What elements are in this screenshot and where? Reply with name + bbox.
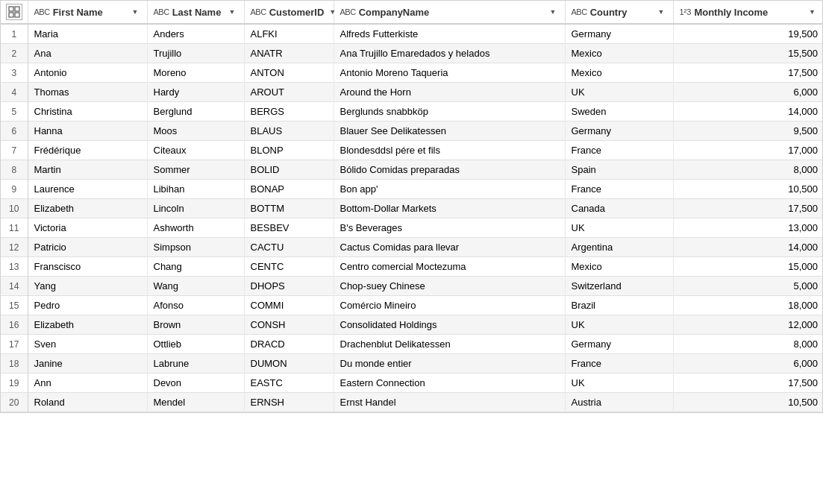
customer-id-cell: CACTU <box>244 238 334 257</box>
customer-id-filter-button[interactable]: ▼ <box>327 7 338 16</box>
row-number-cell: 15 <box>1 296 28 315</box>
row-number-cell: 9 <box>1 180 28 199</box>
monthly-income-header: 1²3 Monthly Income ▼ <box>673 1 823 24</box>
first-name-cell: Antonio <box>28 63 147 83</box>
table-row: 9LaurenceLibihanBONAPBon app'France10,50… <box>1 180 823 199</box>
last-name-cell: Ottlieb <box>147 335 244 354</box>
last-name-cell: Mendel <box>147 393 244 412</box>
monthly-income-cell: 8,000 <box>673 335 823 354</box>
abc-type-icon: ABC <box>572 7 587 16</box>
monthly-income-cell: 18,000 <box>673 296 823 315</box>
company-name-cell: Ernst Handel <box>334 393 565 412</box>
last-name-cell: Ashworth <box>147 218 244 238</box>
row-number-cell: 19 <box>1 374 28 393</box>
company-name-label: CompanyName <box>359 7 430 18</box>
table-row: 11VictoriaAshworthBESBEVB's BeveragesUK1… <box>1 218 823 238</box>
abc-type-icon: ABC <box>340 7 356 16</box>
first-name-cell: Janine <box>28 354 147 374</box>
last-name-filter-button[interactable]: ▼ <box>227 7 238 16</box>
chevron-down-icon: ▼ <box>229 8 236 16</box>
company-name-cell: Eastern Connection <box>334 374 565 393</box>
company-name-cell: Bottom-Dollar Markets <box>334 199 565 218</box>
row-number-cell: 13 <box>1 257 28 277</box>
row-number-cell: 3 <box>1 63 28 83</box>
table-row: 4ThomasHardyAROUTAround the HornUK6,000 <box>1 83 823 102</box>
country-cell: Germany <box>565 122 673 141</box>
table-row: 3AntonioMorenoANTONAntonio Moreno Taquer… <box>1 63 823 83</box>
last-name-cell: Sommer <box>147 160 244 180</box>
row-number-cell: 18 <box>1 354 28 374</box>
customer-id-cell: BESBEV <box>244 218 334 238</box>
customer-id-cell: ERNSH <box>244 393 334 412</box>
last-name-cell: Wang <box>147 277 244 296</box>
monthly-income-cell: 17,500 <box>673 63 823 83</box>
country-filter-button[interactable]: ▼ <box>656 7 667 16</box>
last-name-cell: Lincoln <box>147 199 244 218</box>
data-table: ABC First Name ▼ ABC Last Name ▼ <box>0 0 823 413</box>
monthly-income-cell: 5,000 <box>673 277 823 296</box>
last-name-cell: Anders <box>147 24 244 44</box>
grid-icon[interactable] <box>6 4 22 20</box>
company-name-cell: Cactus Comidas para llevar <box>334 238 565 257</box>
customer-id-cell: BERGS <box>244 102 334 122</box>
monthly-income-cell: 9,500 <box>673 122 823 141</box>
abc-type-icon: ABC <box>34 7 50 16</box>
svg-rect-0 <box>9 7 13 11</box>
table-row: 16ElizabethBrownCONSHConsolidated Holdin… <box>1 315 823 335</box>
country-cell: France <box>565 141 673 160</box>
first-name-cell: Roland <box>28 393 147 412</box>
last-name-cell: Moreno <box>147 63 244 83</box>
last-name-cell: Labrune <box>147 354 244 374</box>
customer-id-cell: AROUT <box>244 83 334 102</box>
table-row: 7FrédériqueCiteauxBLONPBlondesddsl pére … <box>1 141 823 160</box>
country-cell: Sweden <box>565 102 673 122</box>
country-cell: Germany <box>565 24 673 44</box>
country-cell: UK <box>565 374 673 393</box>
customer-id-cell: CENTC <box>244 257 334 277</box>
first-name-cell: Sven <box>28 335 147 354</box>
last-name-cell: Hardy <box>147 83 244 102</box>
country-cell: France <box>565 354 673 374</box>
first-name-filter-button[interactable]: ▼ <box>130 7 141 16</box>
country-cell: Brazil <box>565 296 673 315</box>
company-name-cell: Blauer See Delikatessen <box>334 122 565 141</box>
company-name-cell: Comércio Mineiro <box>334 296 565 315</box>
monthly-income-filter-button[interactable]: ▼ <box>807 7 818 16</box>
company-name-cell: Du monde entier <box>334 354 565 374</box>
svg-rect-1 <box>15 7 19 11</box>
company-name-filter-button[interactable]: ▼ <box>548 7 559 16</box>
abc-type-icon: ABC <box>154 7 169 16</box>
customer-id-cell: DUMON <box>244 354 334 374</box>
table-row: 19AnnDevonEASTCEastern ConnectionUK17,50… <box>1 374 823 393</box>
customer-id-cell: BONAP <box>244 180 334 199</box>
first-name-cell: Laurence <box>28 180 147 199</box>
country-cell: UK <box>565 218 673 238</box>
company-name-cell: Bon app' <box>334 180 565 199</box>
monthly-income-cell: 6,000 <box>673 354 823 374</box>
table-row: 10ElizabethLincolnBOTTMBottom-Dollar Mar… <box>1 199 823 218</box>
row-number-cell: 1 <box>1 24 28 44</box>
first-name-cell: Ann <box>28 374 147 393</box>
chevron-down-icon: ▼ <box>550 8 557 16</box>
chevron-down-icon: ▼ <box>132 8 139 16</box>
company-name-cell: Alfreds Futterkiste <box>334 24 565 44</box>
customer-id-cell: ANATR <box>244 44 334 63</box>
first-name-cell: Ana <box>28 44 147 63</box>
monthly-income-cell: 10,500 <box>673 393 823 412</box>
customer-id-cell: BOLID <box>244 160 334 180</box>
monthly-income-cell: 6,000 <box>673 83 823 102</box>
country-cell: Argentina <box>565 238 673 257</box>
row-number-cell: 8 <box>1 160 28 180</box>
last-name-label: Last Name <box>172 7 222 18</box>
company-name-cell: Centro comercial Moctezuma <box>334 257 565 277</box>
first-name-cell: Pedro <box>28 296 147 315</box>
table-header-row: ABC First Name ▼ ABC Last Name ▼ <box>1 1 823 24</box>
customer-id-cell: BLAUS <box>244 122 334 141</box>
chevron-down-icon: ▼ <box>809 8 816 16</box>
table-row: 12PatricioSimpsonCACTUCactus Comidas par… <box>1 238 823 257</box>
customer-id-label: CustomerID <box>269 7 325 18</box>
monthly-income-cell: 15,000 <box>673 257 823 277</box>
abc-type-icon: ABC <box>251 7 266 16</box>
first-name-header: ABC First Name ▼ <box>28 1 147 24</box>
customer-id-cell: DRACD <box>244 335 334 354</box>
